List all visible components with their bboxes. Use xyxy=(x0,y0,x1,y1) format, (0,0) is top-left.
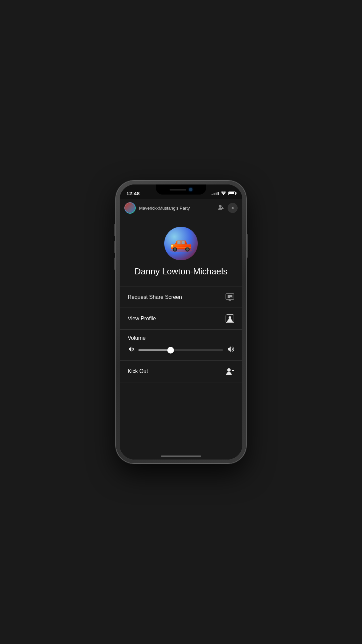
notch xyxy=(156,184,206,195)
party-avatar xyxy=(124,202,136,214)
mute-icon[interactable] xyxy=(128,346,134,354)
svg-point-21 xyxy=(229,316,231,319)
volume-control xyxy=(128,346,234,360)
status-icons xyxy=(212,191,236,196)
profile-icon xyxy=(226,314,234,323)
svg-point-24 xyxy=(227,368,231,372)
notch-speaker xyxy=(170,189,186,191)
speaker-icon xyxy=(227,346,234,354)
volume-label: Volume xyxy=(128,330,234,346)
volume-track xyxy=(138,350,223,351)
volume-section: Volume xyxy=(120,330,242,361)
volume-slider[interactable] xyxy=(138,347,223,354)
request-share-screen-label: Request Share Screen xyxy=(128,294,182,300)
battery-icon xyxy=(228,192,236,195)
view-profile-item[interactable]: View Profile xyxy=(120,308,242,330)
notch-camera xyxy=(189,188,192,191)
svg-point-0 xyxy=(219,205,222,208)
svg-rect-5 xyxy=(177,241,180,244)
status-time: 12:48 xyxy=(126,191,140,196)
svg-rect-6 xyxy=(181,241,184,244)
kick-out-label: Kick Out xyxy=(128,368,148,374)
home-indicator xyxy=(161,455,201,457)
menu-list: Request Share Screen xyxy=(120,286,242,460)
signal-dots xyxy=(212,192,219,195)
volume-fill xyxy=(138,350,171,351)
close-button[interactable]: × xyxy=(228,203,238,213)
wifi-icon xyxy=(221,191,226,196)
close-icon: × xyxy=(231,205,234,211)
party-actions: × xyxy=(218,203,238,213)
svg-point-8 xyxy=(174,248,176,251)
party-bar: MaverickxMustang's Party × xyxy=(120,199,242,217)
view-profile-label: View Profile xyxy=(128,316,156,322)
svg-point-10 xyxy=(186,248,189,251)
screen-share-icon xyxy=(226,293,234,301)
add-member-icon[interactable] xyxy=(218,204,224,212)
volume-thumb[interactable] xyxy=(167,347,174,354)
user-detail-panel: Danny Lowton-Michaels Request Share Scre… xyxy=(120,217,242,460)
svg-rect-12 xyxy=(171,247,191,247)
phone-frame: 12:48 xyxy=(116,180,246,464)
kick-out-icon xyxy=(226,367,234,375)
kick-out-item[interactable]: Kick Out xyxy=(120,361,242,382)
request-share-screen-item[interactable]: Request Share Screen xyxy=(120,286,242,308)
app-content: 12:48 xyxy=(120,184,242,460)
user-name: Danny Lowton-Michaels xyxy=(128,266,234,277)
svg-rect-11 xyxy=(171,245,173,247)
party-name: MaverickxMustang's Party xyxy=(139,206,214,211)
phone-screen: 12:48 xyxy=(120,184,242,460)
user-avatar xyxy=(164,227,198,260)
